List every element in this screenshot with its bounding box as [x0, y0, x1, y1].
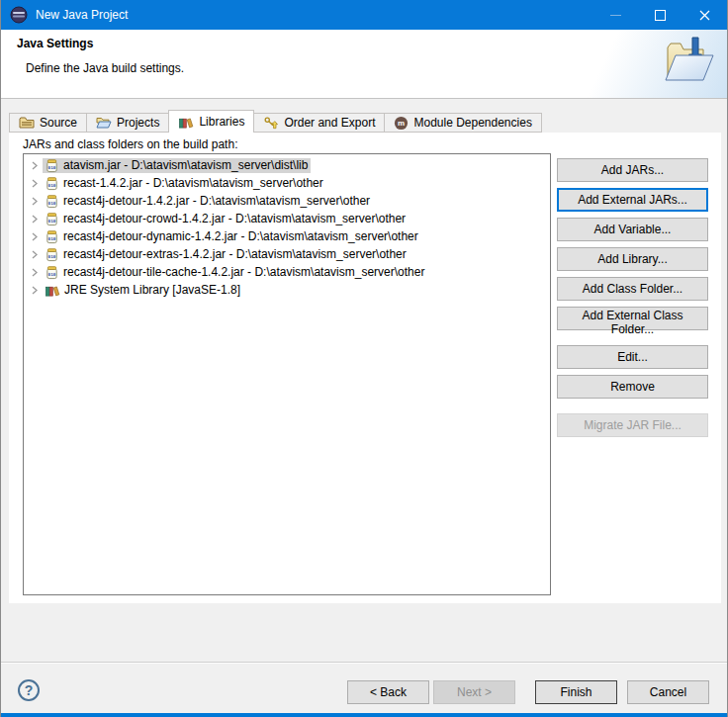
footer-separator	[1, 662, 727, 664]
tab-order-and-export[interactable]: Order and Export	[253, 113, 385, 133]
list-item[interactable]: 010 recast4j-detour-tile-cache-1.4.2.jar…	[24, 263, 550, 281]
help-icon: ?	[25, 682, 34, 698]
jar-file-icon: 010	[45, 247, 59, 262]
migrate-jar-file-button: Migrate JAR File...	[557, 413, 708, 437]
add-variable-button[interactable]: Add Variable...	[557, 218, 708, 241]
close-button[interactable]	[682, 0, 727, 30]
expand-chevron-icon[interactable]	[31, 179, 41, 188]
tabs-bar: Source Projects Libraries Order and Expo…	[9, 110, 541, 133]
side-button-column: Add JARs...Add External JARs...Add Varia…	[557, 158, 708, 437]
new-project-folder-icon	[664, 35, 715, 87]
svg-text:010: 010	[48, 182, 56, 187]
open-folder-icon	[96, 116, 112, 130]
window-title: New Java Project	[36, 8, 128, 22]
jar-file-icon: 010	[45, 176, 59, 191]
add-class-folder-button[interactable]: Add Class Folder...	[557, 277, 708, 301]
keys-export-icon	[263, 116, 279, 131]
edit-button[interactable]: Edit...	[557, 345, 708, 369]
expand-chevron-icon[interactable]	[31, 232, 41, 241]
expand-chevron-icon[interactable]	[31, 250, 41, 259]
add-external-class-folder-button[interactable]: Add External Class Folder...	[557, 307, 708, 330]
minimize-icon	[610, 15, 621, 16]
build-path-label: JARs and class folders on the build path…	[23, 137, 237, 151]
jar-file-icon: 010	[45, 158, 59, 173]
list-item[interactable]: 010 recast4j-detour-extras-1.4.2.jar - D…	[24, 245, 550, 263]
help-button[interactable]: ?	[18, 679, 40, 701]
list-item[interactable]: 010 recast4j-detour-dynamic-1.4.2.jar - …	[24, 227, 550, 245]
libraries-tab-content: JARs and class folders on the build path…	[9, 133, 721, 603]
close-icon	[699, 10, 710, 21]
add-library-button[interactable]: Add Library...	[557, 247, 708, 271]
list-item[interactable]: 010 recast4j-detour-1.4.2.jar - D:\atavi…	[24, 192, 550, 210]
tab-libraries[interactable]: Libraries	[168, 110, 254, 133]
list-item[interactable]: 010 recast-1.4.2.jar - D:\atavism\atavis…	[24, 174, 550, 192]
svg-text:010: 010	[48, 164, 56, 169]
back-button[interactable]: < Back	[347, 680, 429, 704]
package-folder-icon	[19, 116, 35, 130]
build-path-list[interactable]: 010 atavism.jar - D:\atavism\atavism_ser…	[23, 153, 551, 595]
page-title: Java Settings	[17, 37, 93, 50]
window-bottom-border	[1, 713, 727, 717]
tab-source[interactable]: Source	[9, 113, 87, 133]
expand-chevron-icon[interactable]	[31, 215, 41, 224]
svg-text:m: m	[398, 119, 405, 128]
add-external-jars-button[interactable]: Add External JARs...	[557, 188, 708, 212]
wizard-banner: Java Settings Define the Java build sett…	[1, 30, 727, 99]
tab-module-dependencies[interactable]: m Module Dependencies	[384, 113, 541, 133]
next-button: Next >	[433, 680, 515, 704]
svg-text:010: 010	[48, 235, 56, 240]
jar-file-icon: 010	[45, 229, 59, 244]
finish-button[interactable]: Finish	[535, 680, 617, 704]
page-description: Define the Java build settings.	[26, 61, 184, 75]
jar-file-icon: 010	[45, 265, 59, 280]
expand-chevron-icon[interactable]	[31, 197, 41, 206]
library-books-icon	[178, 115, 194, 130]
svg-text:010: 010	[48, 271, 56, 276]
jar-file-icon: 010	[45, 194, 59, 209]
eclipse-icon	[10, 6, 28, 24]
module-icon: m	[394, 116, 409, 131]
new-java-project-dialog: New Java Project Java Settings Define th…	[0, 0, 728, 717]
maximize-button[interactable]	[638, 0, 682, 30]
remove-button[interactable]: Remove	[557, 375, 708, 399]
tab-projects[interactable]: Projects	[86, 113, 169, 133]
svg-text:010: 010	[48, 200, 56, 205]
expand-chevron-icon[interactable]	[31, 161, 41, 170]
expand-chevron-icon[interactable]	[31, 268, 41, 277]
jar-file-icon: 010	[45, 212, 59, 226]
list-item[interactable]: 010 recast4j-detour-crowd-1.4.2.jar - D:…	[24, 210, 550, 227]
maximize-icon	[655, 10, 666, 21]
list-item[interactable]: 010 atavism.jar - D:\atavism\atavism_ser…	[24, 156, 550, 174]
svg-text:010: 010	[48, 253, 56, 258]
titlebar: New Java Project	[1, 0, 727, 30]
list-item[interactable]: JRE System Library [JavaSE-1.8]	[24, 281, 550, 299]
library-books-icon	[45, 283, 60, 298]
minimize-button[interactable]	[593, 0, 638, 30]
cancel-button[interactable]: Cancel	[627, 680, 709, 704]
add-jars-button[interactable]: Add JARs...	[557, 158, 708, 182]
svg-text:010: 010	[48, 218, 56, 223]
expand-chevron-icon[interactable]	[31, 286, 41, 295]
